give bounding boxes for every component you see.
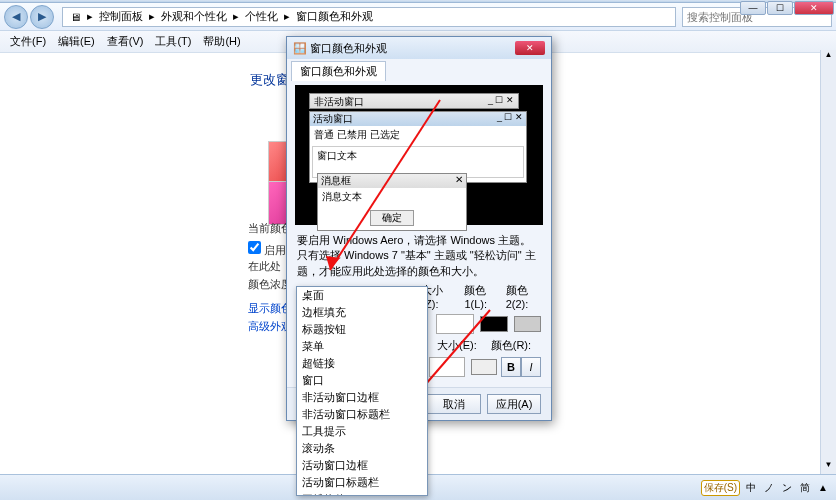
dropdown-option[interactable]: 标题按钮	[297, 321, 427, 338]
bold-button[interactable]: B	[501, 357, 521, 377]
transparency-checkbox[interactable]	[248, 241, 261, 254]
ime-icon[interactable]: ン	[780, 481, 794, 495]
preview-inactive-window: 非活动窗口 _ ☐ ✕	[309, 93, 519, 109]
cancel-button[interactable]: 取消	[427, 394, 481, 414]
item-dropdown-list[interactable]: 桌面边框填充标题按钮菜单超链接窗口非活动窗口边框非活动窗口标题栏工具提示滚动条活…	[296, 286, 428, 496]
dropdown-option[interactable]: 工具提示	[297, 423, 427, 440]
font-size-input[interactable]	[429, 357, 466, 377]
italic-button[interactable]: I	[521, 357, 541, 377]
dialog-title: 窗口颜色和外观	[310, 41, 387, 56]
save-button[interactable]: 保存(S)	[701, 480, 740, 496]
minimize-button[interactable]: —	[740, 1, 766, 15]
ime-icon[interactable]: 中	[744, 481, 758, 495]
note-text: 在此处	[248, 259, 281, 274]
maximize-button[interactable]: ☐	[767, 1, 793, 15]
dialog-icon: 🪟	[293, 42, 307, 55]
dropdown-option[interactable]: 桌面	[297, 287, 427, 304]
scroll-down-icon[interactable]: ▼	[821, 460, 836, 474]
dropdown-option[interactable]: 菜单	[297, 338, 427, 355]
scrollbar[interactable]: ▲ ▼	[820, 50, 836, 474]
tab-appearance[interactable]: 窗口颜色和外观	[291, 61, 386, 81]
font-color-picker[interactable]	[471, 359, 497, 375]
menu-edit[interactable]: 编辑(E)	[52, 32, 101, 51]
dropdown-option[interactable]: 非活动窗口标题栏	[297, 406, 427, 423]
tab-strip: 窗口颜色和外观	[287, 59, 551, 81]
dropdown-option[interactable]: 三维物体	[297, 491, 427, 496]
size-input[interactable]	[436, 314, 475, 334]
breadcrumb[interactable]: 🖥 ▸ 控制面板 ▸ 外观和个性化 ▸ 个性化 ▸ 窗口颜色和外观	[62, 7, 676, 27]
back-button[interactable]: ◀	[4, 5, 28, 29]
fsize-label: 大小(E):	[437, 338, 477, 353]
dropdown-option[interactable]: 非活动窗口边框	[297, 389, 427, 406]
color1-picker[interactable]	[480, 316, 507, 332]
scroll-up-icon[interactable]: ▲	[821, 50, 836, 64]
ime-icon[interactable]: ノ	[762, 481, 776, 495]
ime-icon[interactable]: 简	[798, 481, 812, 495]
color2-label: 颜色 2(2):	[506, 283, 541, 310]
breadcrumb-item[interactable]: 窗口颜色和外观	[293, 9, 376, 24]
menu-help[interactable]: 帮助(H)	[197, 32, 246, 51]
nav-toolbar: ◀ ▶ 🖥 ▸ 控制面板 ▸ 外观和个性化 ▸ 个性化 ▸ 窗口颜色和外观	[0, 3, 836, 31]
system-tray: 保存(S) 中 ノ ン 简 ▲	[701, 480, 830, 496]
menu-file[interactable]: 文件(F)	[4, 32, 52, 51]
fcolor-label: 颜色(R):	[491, 338, 531, 353]
dropdown-option[interactable]: 活动窗口边框	[297, 457, 427, 474]
apply-button[interactable]: 应用(A)	[487, 394, 541, 414]
window-controls: — ☐ ✕	[740, 1, 834, 15]
close-button[interactable]: ✕	[794, 1, 834, 15]
aero-note: 要启用 Windows Aero，请选择 Windows 主题。只有选择 Win…	[287, 229, 551, 283]
menu-view[interactable]: 查看(V)	[101, 32, 150, 51]
breadcrumb-item[interactable]: 个性化	[242, 9, 281, 24]
dropdown-option[interactable]: 窗口	[297, 372, 427, 389]
dropdown-option[interactable]: 边框填充	[297, 304, 427, 321]
color2-picker[interactable]	[514, 316, 541, 332]
breadcrumb-item[interactable]: 外观和个性化	[158, 9, 230, 24]
preview-pane: 非活动窗口 _ ☐ ✕ 活动窗口_ ☐ ✕ 普通 已禁用 已选定 窗口文本 消息…	[295, 85, 543, 225]
dialog-title-bar[interactable]: 🪟 窗口颜色和外观 ✕	[287, 37, 551, 59]
dropdown-option[interactable]: 超链接	[297, 355, 427, 372]
color1-label: 颜色 1(L):	[464, 283, 499, 310]
dropdown-option[interactable]: 活动窗口标题栏	[297, 474, 427, 491]
breadcrumb-item[interactable]: 控制面板	[96, 9, 146, 24]
preview-message-box: 消息框✕ 消息文本 确定	[317, 173, 467, 231]
dialog-close-button[interactable]: ✕	[515, 41, 545, 55]
dropdown-option[interactable]: 滚动条	[297, 440, 427, 457]
preview-ok-button: 确定	[370, 210, 414, 226]
menu-tools[interactable]: 工具(T)	[149, 32, 197, 51]
forward-button[interactable]: ▶	[30, 5, 54, 29]
tray-arrow-icon[interactable]: ▲	[816, 482, 830, 493]
breadcrumb-root-icon: 🖥	[67, 11, 84, 23]
